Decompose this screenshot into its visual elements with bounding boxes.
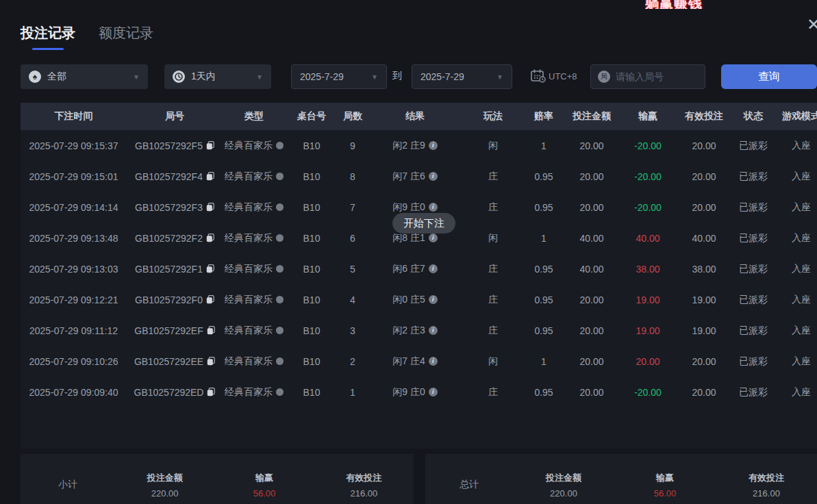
tab-bet-records[interactable]: 投注记录: [21, 24, 75, 50]
subtotal-win-value: 56.00: [214, 488, 314, 499]
cell-win-loss: 38.00: [620, 264, 676, 275]
cell-type: 经典百家乐: [223, 355, 286, 368]
cell-game-mode: 入座: [775, 355, 817, 368]
cell-play: 闲: [462, 140, 524, 152]
cell-play: 庄: [462, 171, 524, 183]
game-type-dropdown[interactable]: ♠ 全部 ▼: [21, 64, 148, 89]
date-to-picker[interactable]: 2025-7-29 ▼: [412, 64, 512, 89]
cell-round: 7: [338, 202, 368, 213]
round-id-input[interactable]: [616, 71, 698, 82]
copy-icon[interactable]: [206, 264, 214, 273]
info-icon[interactable]: i: [429, 141, 438, 150]
date-to-value: 2025-7-29: [420, 71, 491, 82]
cell-result: 闲6 庄7 i: [368, 263, 462, 275]
total-panel: 总计 投注金额 220.00 输赢 56.00 有效投注 216.00: [425, 454, 817, 504]
cell-type: 经典百家乐: [223, 171, 286, 183]
info-icon[interactable]: i: [429, 357, 438, 366]
copy-icon[interactable]: [207, 357, 215, 366]
info-icon[interactable]: i: [429, 326, 438, 335]
game-provider-icon: [276, 265, 284, 273]
timezone-value: UTC+8: [549, 71, 577, 81]
col-table-no: 桌台号: [286, 110, 338, 123]
info-icon[interactable]: i: [429, 203, 438, 212]
cell-result: 闲7 庄6 i: [368, 171, 462, 183]
cell-bet-amount: 40.00: [564, 264, 620, 275]
tab-quota-records[interactable]: 额度记录: [99, 24, 153, 50]
tab-bet-records-label: 投注记录: [21, 25, 75, 40]
copy-icon[interactable]: [206, 295, 214, 304]
cell-type: 经典百家乐: [223, 294, 286, 306]
time-range-value: 1天内: [191, 71, 251, 83]
cell-game-mode: 入座: [775, 201, 817, 214]
cell-table-no: B10: [286, 387, 338, 398]
copy-icon[interactable]: [207, 388, 215, 396]
cell-round-id: GB10257292EE: [127, 356, 223, 367]
copy-icon[interactable]: [206, 172, 214, 181]
total-win-group: 输赢 56.00: [614, 472, 716, 499]
cell-status: 已派彩: [732, 325, 775, 337]
query-button[interactable]: 查询: [721, 64, 817, 89]
tab-quota-records-label: 额度记录: [99, 25, 153, 40]
date-from-picker[interactable]: 2025-7-29 ▼: [291, 64, 387, 89]
cell-table-no: B10: [286, 140, 338, 151]
promo-banner-fragment: 躺赢赚钱: [645, 0, 704, 9]
cell-type: 经典百家乐: [223, 263, 286, 275]
cell-bet-amount: 20.00: [564, 202, 620, 213]
cell-table-no: B10: [286, 171, 338, 182]
cell-round: 3: [338, 325, 368, 336]
clock-icon: [173, 71, 185, 83]
cell-odds: 1: [524, 233, 564, 244]
close-icon[interactable]: ✕: [804, 15, 817, 34]
cell-type: 经典百家乐: [223, 140, 286, 152]
tab-bar: 投注记录 额度记录: [21, 24, 153, 50]
chevron-down-icon: ▼: [371, 73, 378, 81]
cell-bet-time: 2025-07-29 09:14:14: [21, 202, 127, 213]
total-valid-group: 有效投注 216.00: [716, 472, 817, 499]
cell-status: 已派彩: [732, 201, 775, 214]
timezone-toggle[interactable]: UTC+8: [531, 69, 577, 83]
cell-valid-bet: 19.00: [676, 294, 732, 305]
cell-result: 闲7 庄4 i: [368, 355, 462, 368]
info-icon[interactable]: i: [429, 295, 438, 304]
col-game-mode: 游戏模式: [775, 110, 817, 123]
cell-game-mode: 入座: [775, 171, 817, 183]
subtotal-valid-label: 有效投注: [314, 472, 414, 484]
copy-icon[interactable]: [206, 141, 214, 150]
cell-status: 已派彩: [732, 140, 775, 152]
info-icon[interactable]: i: [429, 172, 438, 181]
cell-bet-amount: 20.00: [564, 140, 620, 151]
cell-status: 已派彩: [732, 355, 775, 368]
info-icon[interactable]: i: [429, 388, 438, 396]
subtotal-panel: 小计 投注金额 220.00 输赢 56.00 有效投注 216.00: [21, 454, 414, 504]
cell-play: 庄: [462, 294, 524, 306]
col-status: 状态: [732, 110, 775, 123]
info-icon[interactable]: i: [429, 234, 438, 242]
table-body: 2025-07-29 09:15:37 GB10257292F5 经典百家乐 B…: [21, 130, 817, 407]
time-range-dropdown[interactable]: 1天内 ▼: [164, 64, 271, 89]
cell-odds: 0.95: [524, 294, 564, 305]
cell-status: 已派彩: [732, 386, 775, 399]
copy-icon[interactable]: [207, 326, 215, 335]
cell-round-id: GB10257292EF: [127, 325, 223, 336]
cell-result: 闲0 庄5 i: [368, 294, 462, 306]
game-provider-icon: [276, 173, 284, 180]
promo-banner-text: 躺赢赚钱: [645, 0, 704, 9]
round-id-search: 局: [590, 64, 705, 89]
copy-icon[interactable]: [206, 234, 214, 242]
cell-game-mode: 入座: [775, 263, 817, 275]
total-valid-label: 有效投注: [716, 472, 817, 484]
cell-bet-amount: 20.00: [564, 171, 620, 182]
cell-result: 闲8 庄1 i: [368, 232, 462, 244]
copy-icon[interactable]: [206, 203, 214, 212]
cell-round-id: GB10257292F4: [127, 171, 223, 182]
game-provider-icon: [276, 388, 284, 396]
game-provider-icon: [276, 327, 284, 334]
info-icon[interactable]: i: [429, 264, 438, 273]
cell-type: 经典百家乐: [223, 325, 286, 337]
cell-valid-bet: 20.00: [676, 171, 732, 182]
cell-bet-time: 2025-07-29 09:09:40: [21, 387, 127, 398]
subtotal-valid-group: 有效投注 216.00: [314, 472, 414, 499]
subtotal-bet-value: 220.00: [115, 488, 214, 499]
cell-play: 庄: [462, 201, 524, 214]
col-round: 局数: [338, 110, 368, 123]
